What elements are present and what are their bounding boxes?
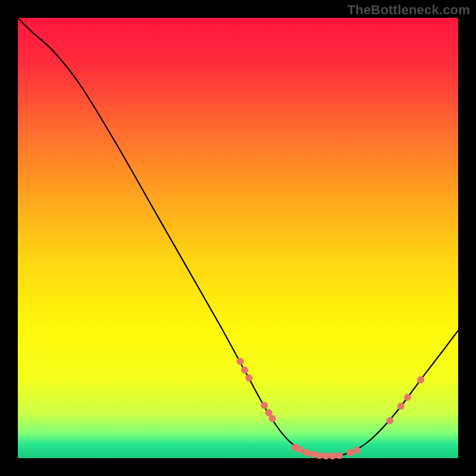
data-marker <box>246 374 253 381</box>
data-marker <box>386 417 393 424</box>
data-marker <box>316 452 323 459</box>
data-marker <box>397 403 405 410</box>
data-marker <box>336 452 343 459</box>
attribution-text: TheBottleneck.com <box>347 2 470 18</box>
data-marker <box>347 449 354 456</box>
data-marker <box>404 394 411 401</box>
data-marker <box>269 415 276 422</box>
data-marker <box>296 446 303 453</box>
data-marker <box>261 402 268 409</box>
data-marker <box>309 450 317 458</box>
data-marker <box>241 367 248 374</box>
data-marker <box>353 447 361 454</box>
plot-background <box>18 18 458 458</box>
data-marker <box>417 376 424 383</box>
bottleneck-chart <box>0 0 476 476</box>
data-marker <box>322 452 330 459</box>
chart-container: TheBottleneck.com <box>0 0 476 476</box>
data-marker <box>303 449 310 456</box>
data-marker <box>329 452 336 459</box>
data-marker <box>237 358 244 365</box>
